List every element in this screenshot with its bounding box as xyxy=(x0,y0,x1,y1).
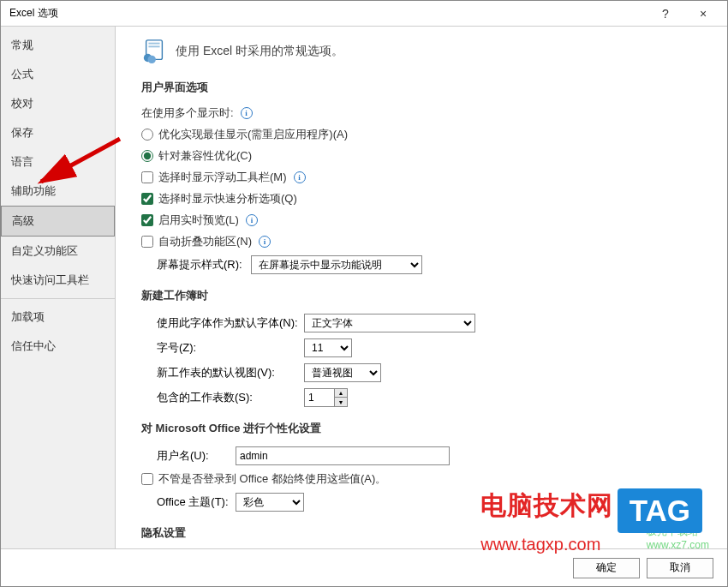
radio-optimize-best[interactable]: 优化实现最佳显示(需重启应用程序)(A) xyxy=(141,127,348,142)
sheet-count-label: 包含的工作表数(S): xyxy=(157,390,304,405)
default-view-label: 新工作表的默认视图(V): xyxy=(157,365,304,380)
sidebar-item-language[interactable]: 语言 xyxy=(1,147,115,177)
spinner-down-icon[interactable]: ▼ xyxy=(335,398,347,406)
info-icon[interactable]: i xyxy=(294,171,306,183)
sidebar: 常规 公式 校对 保存 语言 辅助功能 高级 自定义功能区 快速访问工具栏 加载… xyxy=(1,27,116,548)
username-input[interactable] xyxy=(236,446,450,465)
sidebar-item-addins[interactable]: 加载项 xyxy=(1,302,115,332)
username-label: 用户名(U): xyxy=(157,448,236,464)
excel-options-dialog: Excel 选项 ? × 常规 公式 校对 保存 语言 辅助功能 高级 自定义功… xyxy=(0,0,728,587)
section-new-workbook: 新建工作簿时 xyxy=(141,288,708,303)
checkbox-collapse-ribbon[interactable]: 自动折叠功能区(N) xyxy=(141,234,252,249)
sidebar-item-formulas[interactable]: 公式 xyxy=(1,60,115,89)
default-font-label: 使用此字体作为默认字体(N): xyxy=(157,315,304,331)
font-size-label: 字号(Z): xyxy=(157,340,304,356)
svg-rect-1 xyxy=(148,43,159,45)
sheet-count-input[interactable] xyxy=(304,388,335,407)
radio-optimize-compat-input[interactable] xyxy=(141,150,153,162)
screentip-style-label: 屏幕提示样式(R): xyxy=(157,257,251,273)
sidebar-item-accessibility[interactable]: 辅助功能 xyxy=(1,177,115,206)
close-button[interactable]: × xyxy=(684,2,722,26)
sheet-count-spinner[interactable]: ▲ ▼ xyxy=(304,388,348,407)
checkbox-quick-analysis-input[interactable] xyxy=(141,193,153,205)
checkbox-collapse-ribbon-input[interactable] xyxy=(141,236,153,248)
dialog-footer: 确定 取消 xyxy=(1,548,727,586)
checkbox-quick-analysis[interactable]: 选择时显示快速分析选项(Q) xyxy=(141,191,297,207)
checkbox-always-use-values-input[interactable] xyxy=(141,473,153,485)
titlebar: Excel 选项 ? × xyxy=(1,1,727,27)
multi-monitor-label: 在使用多个显示时: xyxy=(141,105,234,121)
default-font-select[interactable]: 正文字体 xyxy=(304,314,475,332)
svg-rect-2 xyxy=(148,45,159,47)
screentip-style-select[interactable]: 在屏幕提示中显示功能说明 xyxy=(251,255,422,274)
checkbox-mini-toolbar[interactable]: 选择时显示浮动工具栏(M) xyxy=(141,170,287,185)
sidebar-item-advanced[interactable]: 高级 xyxy=(1,206,115,237)
header-text: 使用 Excel 时采用的常规选项。 xyxy=(176,44,343,59)
checkbox-mini-toolbar-input[interactable] xyxy=(141,171,153,183)
sidebar-item-quick-access[interactable]: 快速访问工具栏 xyxy=(1,266,115,295)
radio-optimize-compat[interactable]: 针对兼容性优化(C) xyxy=(141,148,252,164)
info-icon[interactable]: i xyxy=(259,236,271,248)
section-privacy: 隐私设置 xyxy=(141,525,708,541)
radio-optimize-best-input[interactable] xyxy=(141,129,153,141)
default-view-select[interactable]: 普通视图 xyxy=(304,363,381,382)
section-ui-options: 用户界面选项 xyxy=(141,80,708,95)
office-theme-select[interactable]: 彩色 xyxy=(236,493,304,512)
sidebar-item-general[interactable]: 常规 xyxy=(1,31,115,60)
section-personalize: 对 Microsoft Office 进行个性化设置 xyxy=(141,421,708,436)
help-button[interactable]: ? xyxy=(647,2,684,26)
checkbox-always-use-values[interactable]: 不管是否登录到 Office 都始终使用这些值(A)。 xyxy=(141,471,386,487)
sidebar-item-trust-center[interactable]: 信任中心 xyxy=(1,332,115,361)
content-pane: 使用 Excel 时采用的常规选项。 用户界面选项 在使用多个显示时: i 优化… xyxy=(116,27,727,548)
info-icon[interactable]: i xyxy=(246,214,258,226)
ok-button[interactable]: 确定 xyxy=(573,558,640,578)
options-icon xyxy=(141,39,167,64)
checkbox-live-preview-input[interactable] xyxy=(141,214,153,226)
cancel-button[interactable]: 取消 xyxy=(647,558,713,578)
sidebar-item-save[interactable]: 保存 xyxy=(1,118,115,147)
checkbox-live-preview[interactable]: 启用实时预览(L) xyxy=(141,213,239,228)
font-size-select[interactable]: 11 xyxy=(304,338,352,357)
svg-point-4 xyxy=(148,56,156,63)
spinner-up-icon[interactable]: ▲ xyxy=(335,389,347,398)
window-title: Excel 选项 xyxy=(9,6,647,21)
sidebar-item-proofing[interactable]: 校对 xyxy=(1,89,115,118)
info-icon[interactable]: i xyxy=(241,107,253,119)
sidebar-item-customize-ribbon[interactable]: 自定义功能区 xyxy=(1,237,115,266)
office-theme-label: Office 主题(T): xyxy=(157,494,236,510)
